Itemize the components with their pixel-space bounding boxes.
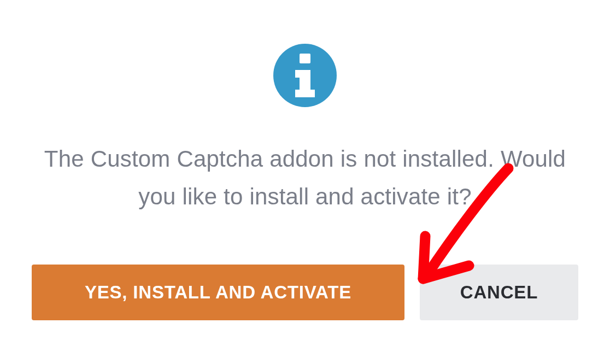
dialog-message: The Custom Captcha addon is not installe… (32, 140, 578, 216)
confirm-button[interactable]: YES, INSTALL AND ACTIVATE (32, 265, 404, 320)
info-icon (273, 44, 337, 107)
svg-rect-0 (300, 54, 310, 63)
dialog-icon-wrapper (273, 44, 337, 107)
dialog-button-row: YES, INSTALL AND ACTIVATE CANCEL (32, 265, 578, 320)
cancel-button[interactable]: CANCEL (420, 265, 578, 320)
confirmation-dialog: The Custom Captcha addon is not installe… (32, 44, 578, 321)
